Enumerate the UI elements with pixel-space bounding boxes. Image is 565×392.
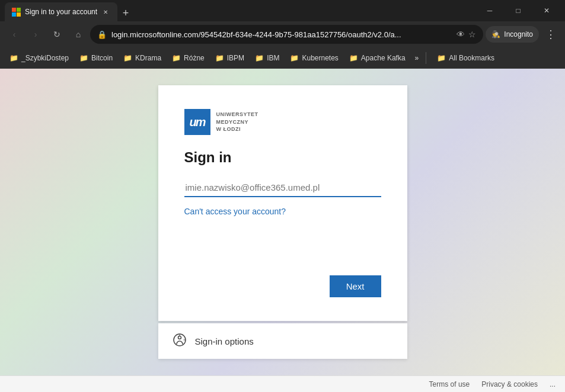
bookmark-item-ibpm[interactable]: 📁 IBPM bbox=[210, 50, 249, 66]
page-content: um UNIWERSYTET MEDYCZNY W ŁODZI Sign in … bbox=[0, 69, 565, 375]
logo-area: um UNIWERSYTET MEDYCZNY W ŁODZI bbox=[184, 109, 381, 135]
email-input-wrapper bbox=[184, 178, 381, 197]
bookmark-label: _SzybkiDostep bbox=[21, 54, 69, 62]
bookmarks-divider bbox=[426, 52, 426, 64]
bookmark-item-apache-kafka[interactable]: 📁 Apache Kafka bbox=[344, 50, 410, 66]
restore-button[interactable]: □ bbox=[505, 0, 532, 21]
bookmark-item-rozne[interactable]: 📁 Różne bbox=[167, 50, 209, 66]
more-bookmarks-button[interactable]: » bbox=[411, 50, 423, 66]
tracking-protection-icon[interactable]: 👁 bbox=[457, 30, 465, 39]
signin-card: um UNIWERSYTET MEDYCZNY W ŁODZI Sign in … bbox=[158, 85, 407, 321]
cant-access-link[interactable]: Can't access your account? bbox=[184, 207, 381, 216]
page-footer: Terms of use Privacy & cookies ... bbox=[0, 375, 565, 392]
terms-of-use-link[interactable]: Terms of use bbox=[429, 380, 470, 388]
um-logo-text: UNIWERSYTET MEDYCZNY W ŁODZI bbox=[216, 111, 258, 133]
signin-options-icon bbox=[173, 333, 187, 350]
tab-close-button[interactable]: ✕ bbox=[101, 7, 110, 17]
privacy-cookies-link[interactable]: Privacy & cookies bbox=[481, 380, 538, 388]
url-text: login.microsoftonline.com/954542bf-634e-… bbox=[111, 30, 452, 39]
window-controls: ─ □ ✕ bbox=[476, 0, 560, 21]
tab-favicon bbox=[12, 7, 21, 17]
refresh-button[interactable]: ↻ bbox=[47, 25, 66, 44]
favorites-icon[interactable]: ☆ bbox=[468, 30, 476, 39]
bookmark-label: Bitcoin bbox=[91, 54, 113, 62]
bookmark-label: KDrama bbox=[135, 54, 161, 62]
university-logo: um UNIWERSYTET MEDYCZNY W ŁODZI bbox=[184, 109, 258, 135]
incognito-icon: 🕵 bbox=[491, 30, 500, 38]
incognito-label: Incognito bbox=[504, 30, 533, 38]
active-tab[interactable]: Sign in to your account ✕ bbox=[5, 2, 117, 21]
folder-icon: 📁 bbox=[290, 54, 299, 62]
incognito-indicator: 🕵 Incognito bbox=[486, 26, 539, 43]
bookmark-label: Różne bbox=[184, 54, 205, 62]
all-bookmarks-button[interactable]: 📁 All Bookmarks bbox=[432, 50, 499, 66]
tab-strip: Sign in to your account ✕ + bbox=[5, 0, 474, 21]
bookmarks-bar: 📁 _SzybkiDostep 📁 Bitcoin 📁 KDrama 📁 Róż… bbox=[0, 47, 565, 69]
svg-point-1 bbox=[178, 336, 181, 339]
forward-button[interactable]: › bbox=[26, 25, 45, 44]
folder-icon: 📁 bbox=[349, 54, 358, 62]
bookmark-item-ibm[interactable]: 📁 IBM bbox=[250, 50, 284, 66]
minimize-button[interactable]: ─ bbox=[476, 0, 503, 21]
navbar: ‹ › ↻ ⌂ 🔒 login.microsoftonline.com/9545… bbox=[0, 21, 565, 47]
bookmark-label: IBM bbox=[267, 54, 279, 62]
all-bookmarks-label: All Bookmarks bbox=[449, 54, 494, 62]
back-button[interactable]: ‹ bbox=[5, 25, 24, 44]
bookmark-item-kdrama[interactable]: 📁 KDrama bbox=[119, 50, 166, 66]
address-icons: 👁 ☆ bbox=[457, 30, 476, 39]
footer-more-button[interactable]: ... bbox=[550, 380, 556, 388]
folder-icon: 📁 bbox=[172, 54, 181, 62]
close-button[interactable]: ✕ bbox=[533, 0, 560, 21]
folder-icon: 📁 bbox=[9, 54, 18, 62]
bookmark-label: Apache Kafka bbox=[361, 54, 406, 62]
folder-icon: 📁 bbox=[437, 54, 446, 62]
next-button[interactable]: Next bbox=[330, 275, 381, 297]
bookmark-item-szybkidostep[interactable]: 📁 _SzybkiDostep bbox=[5, 50, 74, 66]
bookmark-item-kubernetes[interactable]: 📁 Kubernetes bbox=[285, 50, 343, 66]
home-button[interactable]: ⌂ bbox=[69, 25, 88, 44]
folder-icon: 📁 bbox=[255, 54, 264, 62]
tab-title: Sign in to your account bbox=[25, 8, 97, 16]
signin-options-panel[interactable]: Sign-in options bbox=[158, 323, 407, 359]
titlebar: Sign in to your account ✕ + ─ □ ✕ bbox=[0, 0, 565, 21]
email-input[interactable] bbox=[184, 178, 381, 197]
bookmark-item-bitcoin[interactable]: 📁 Bitcoin bbox=[75, 50, 117, 66]
folder-icon: 📁 bbox=[79, 54, 88, 62]
address-bar[interactable]: 🔒 login.microsoftonline.com/954542bf-634… bbox=[90, 25, 483, 44]
more-menu-button[interactable]: ⋮ bbox=[541, 25, 560, 44]
folder-icon: 📁 bbox=[215, 54, 224, 62]
bookmark-label: Kubernetes bbox=[302, 54, 338, 62]
new-tab-button[interactable]: + bbox=[117, 5, 134, 21]
bookmark-label: IBPM bbox=[227, 54, 244, 62]
um-logo-square: um bbox=[184, 109, 210, 135]
signin-title: Sign in bbox=[184, 149, 381, 166]
signin-options-label: Sign-in options bbox=[195, 336, 254, 346]
folder-icon: 📁 bbox=[123, 54, 132, 62]
